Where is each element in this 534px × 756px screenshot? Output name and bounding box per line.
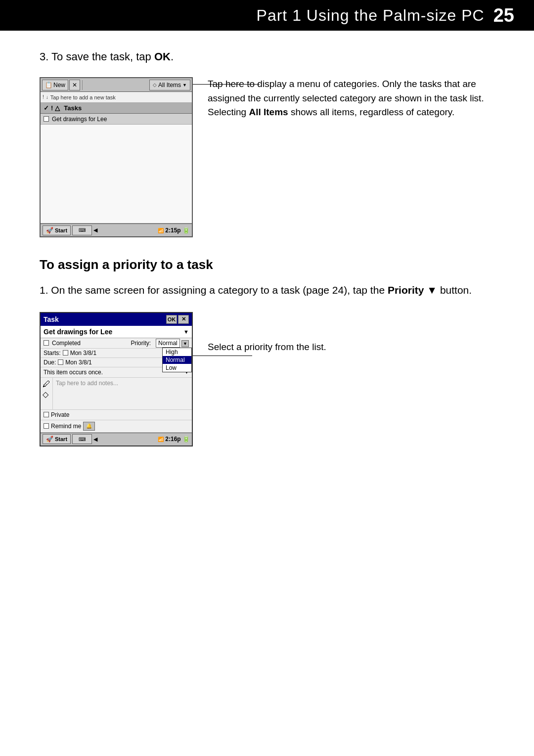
starts-priority-area: Starts: Mon 3/8/1 High Normal Low Due: [41, 349, 192, 367]
ppc-taskbar-2: 🚀 Start ⌨ ◀ 📶 2:16p 🔋 [41, 433, 192, 445]
task-list-item[interactable]: Get drawings for Lee [41, 114, 192, 125]
private-row: Private [41, 410, 192, 420]
tasks-header: ✓ ! △ Tasks [41, 103, 192, 114]
page-header: Part 1 Using the Palm-size PC 25 [0, 0, 534, 31]
start-icon-2: 🚀 [46, 436, 53, 443]
screenshot-section-2: Task OK ✕ Get drawings for Lee ▼ Complet… [40, 312, 504, 446]
starts-value: Mon 3/8/1 [70, 350, 96, 356]
taskbar-time: 📶 2:15p 🔋 [158, 227, 190, 234]
erase-icon[interactable]: ◇ [43, 390, 50, 399]
signal-icon-2: 📶 [158, 437, 164, 442]
ppc-screenshot-1: 📋 New ✕ ◇ All Items ▼ ! ↓ [40, 77, 193, 237]
priority-dropdown-arrow-icon[interactable]: ▼ [181, 340, 189, 347]
section2-body: 1. On the same screen for assigning a ca… [40, 282, 504, 298]
keyboard-icon[interactable]: ⌨ [72, 225, 92, 235]
recurrence-text: This item occurs once. [44, 369, 103, 376]
annotation-area-2: Select a priority from the list. [208, 312, 326, 353]
private-checkbox[interactable] [44, 412, 49, 417]
ppc-taskbar-1: 🚀 Start ⌨ ◀ 📶 2:15p 🔋 [41, 223, 192, 236]
title-dropdown-arrow[interactable]: ▼ [183, 329, 189, 335]
exclamation-icon: ! [43, 94, 44, 100]
priority-low-option[interactable]: Low [163, 364, 191, 372]
annotation-line-1 [193, 84, 260, 85]
dialog-btns: OK ✕ [166, 315, 189, 324]
starts-label: Starts: [44, 350, 61, 356]
remind-bell-icon[interactable]: 🔔 [83, 422, 95, 431]
exclaim-col: ! [51, 104, 53, 112]
completed-priority-row: Completed Priority: Normal ▼ [41, 338, 192, 349]
page-number: 25 [493, 5, 514, 26]
new-icon: 📋 [45, 82, 52, 89]
due-label: Due: [44, 359, 56, 366]
annotation-line-2 [193, 356, 252, 356]
screenshot-section-1: 📋 New ✕ ◇ All Items ▼ ! ↓ [40, 77, 504, 237]
close-button[interactable]: ✕ [69, 80, 80, 90]
remind-label: Remind me [51, 423, 81, 430]
starts-row: Starts: Mon 3/8/1 High Normal Low [41, 349, 192, 358]
task-title-text: Get drawings for Lee [44, 328, 112, 336]
header-title: Part 1 Using the Palm-size PC [257, 6, 485, 25]
new-button[interactable]: 📋 New [42, 80, 68, 90]
ppc-screenshot-2: Task OK ✕ Get drawings for Lee ▼ Complet… [40, 312, 193, 446]
due-value: Mon 3/8/1 [65, 359, 91, 366]
signal-icon: 📶 [158, 228, 164, 233]
checkmark-col: ✓ [44, 104, 49, 112]
empty-area [41, 125, 192, 223]
dialog-close-button[interactable]: ✕ [178, 315, 189, 324]
taskbar-arrow-2: ◀ [93, 436, 97, 443]
notes-placeholder-text: Tap here to add notes... [56, 380, 118, 387]
start-button[interactable]: 🚀 Start [43, 225, 71, 235]
priority-dropdown-list[interactable]: High Normal Low [162, 348, 192, 372]
ppc-screen-1: 📋 New ✕ ◇ All Items ▼ ! ↓ [40, 77, 193, 237]
annotation-text-1: Tap here to display a menu of categories… [208, 77, 504, 120]
priority-value: Normal ▼ [156, 340, 189, 347]
diamond-icon: ◇ [153, 82, 157, 88]
start-icon: 🚀 [46, 227, 53, 234]
section2-heading: To assign a priority to a task [40, 257, 504, 272]
task-dialog: Task OK ✕ Get drawings for Lee ▼ Complet… [40, 312, 193, 446]
priority-dropdown-value[interactable]: Normal [156, 339, 180, 348]
step3-text: 3. To save the task, tap OK. [40, 50, 504, 63]
notes-text-area[interactable]: Tap here to add notes... [53, 378, 192, 409]
toolbar-separator [82, 80, 83, 90]
notes-icon-col: 🖊 ◇ [41, 378, 53, 409]
priority-normal-option[interactable]: Normal [163, 356, 191, 364]
battery-icon: 🔋 [182, 227, 190, 234]
add-task-row[interactable]: ! ↓ Tap here to add a new task [41, 92, 192, 103]
private-label: Private [51, 411, 69, 418]
notes-section: 🖊 ◇ Tap here to add notes... [41, 378, 192, 410]
down-arrow-icon: ↓ [46, 94, 48, 100]
category-dropdown[interactable]: ◇ All Items ▼ [149, 80, 190, 90]
priority-label: Priority: [131, 340, 151, 347]
due-checkbox[interactable] [58, 359, 63, 365]
battery-icon-2: 🔋 [182, 436, 190, 443]
starts-checkbox[interactable] [63, 350, 68, 356]
ppc-toolbar-1: 📋 New ✕ ◇ All Items ▼ [41, 78, 192, 92]
remind-checkbox[interactable] [44, 423, 49, 429]
keyboard-icon-2[interactable]: ⌨ [72, 434, 92, 444]
main-content: 3. To save the task, tap OK. 📋 New ✕ ◇ [0, 31, 534, 466]
taskbar-arrow: ◀ [93, 227, 97, 233]
priority-high-option[interactable]: High [163, 348, 191, 356]
annotation-text-2: Select a priority from the list. [208, 342, 326, 353]
taskbar-time-2: 📶 2:16p 🔋 [158, 436, 190, 443]
ok-button[interactable]: OK [166, 315, 177, 324]
pen-icon[interactable]: 🖊 [43, 380, 50, 389]
dialog-titlebar: Task OK ✕ [41, 313, 192, 326]
start-button-2[interactable]: 🚀 Start [43, 434, 71, 444]
edit-icon: △ [55, 104, 60, 112]
completed-label: Completed [52, 340, 81, 347]
remind-row: Remind me 🔔 [41, 420, 192, 433]
task-title-row: Get drawings for Lee ▼ [41, 326, 192, 338]
dropdown-arrow-icon: ▼ [182, 83, 187, 88]
task-checkbox[interactable] [44, 116, 49, 122]
completed-checkbox[interactable] [44, 340, 49, 346]
